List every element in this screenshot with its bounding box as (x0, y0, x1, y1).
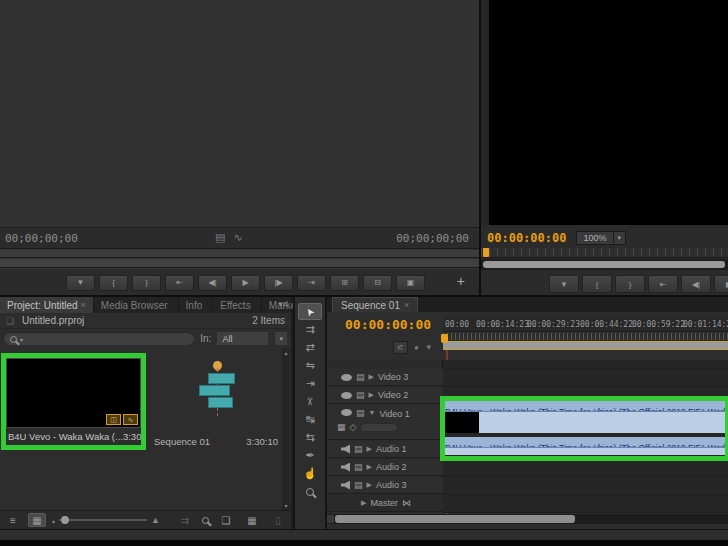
overwrite-button[interactable]: ⊟ (363, 275, 392, 291)
mark-in-button[interactable]: { (582, 275, 612, 293)
toggle-track-output-icon[interactable] (341, 374, 352, 381)
project-item-sequence[interactable]: Sequence 01 3:30:10 (150, 353, 282, 450)
project-file-name[interactable]: Untitled.prproj (22, 315, 84, 326)
expand-track-icon[interactable]: ▶ (367, 481, 372, 489)
step-forward-button[interactable]: |▶ (264, 275, 293, 291)
source-ruler[interactable] (0, 250, 479, 258)
insert-button[interactable]: ⊞ (330, 275, 359, 291)
step-back-button[interactable]: ◀| (681, 275, 711, 293)
zoom-in-icon[interactable]: ▲ (151, 515, 160, 525)
razor-tool[interactable]: ✂ (298, 393, 322, 410)
sequence-item-name[interactable]: Sequence 01 (154, 436, 210, 447)
mark-out-button[interactable]: } (132, 275, 161, 291)
play-button[interactable]: ▶ (231, 275, 260, 291)
waveform-icon[interactable]: ∿ (123, 414, 138, 425)
program-scrollbar[interactable] (481, 259, 728, 270)
source-timecode[interactable]: 00;00;00;00 (0, 232, 78, 245)
timeline-timecode[interactable]: 00:00:00:00 (345, 317, 431, 332)
export-frame-button[interactable]: ▣ (396, 275, 425, 291)
close-icon[interactable]: × (404, 300, 409, 310)
go-to-out-button[interactable]: ⇥ (297, 275, 326, 291)
thumbnail-zoom-slider[interactable]: ▴ ▲ (52, 515, 160, 525)
sync-lock-icon[interactable]: ▤ (354, 463, 363, 472)
playhead-marker[interactable] (441, 334, 448, 343)
search-input[interactable]: ▾ (4, 332, 194, 345)
zoom-tool[interactable] (298, 483, 322, 500)
speaker-icon[interactable] (341, 481, 350, 490)
filter-dropdown[interactable]: All (217, 332, 268, 345)
tab-sequence-01[interactable]: Sequence 01 × (332, 297, 418, 312)
source-scrollbar[interactable] (0, 259, 479, 268)
tab-info[interactable]: Info (179, 297, 214, 313)
clip-item-name[interactable]: B4U Vevo - Waka Waka (... (8, 431, 123, 442)
master-meter-icon[interactable]: ⋈ (402, 499, 411, 508)
clear-button[interactable]: ▯ (269, 513, 287, 527)
zoom-slider-knob[interactable] (61, 516, 69, 524)
slip-tool[interactable]: ↹ (298, 411, 322, 428)
speaker-icon[interactable] (341, 463, 350, 472)
zoom-out-icon[interactable]: ▴ (52, 517, 55, 524)
tab-effects[interactable]: Effects (213, 297, 261, 313)
tab-media-browser[interactable]: Media Browser (94, 297, 179, 313)
tab-project[interactable]: Project: Untitled × (0, 297, 94, 313)
project-scrollbar[interactable]: ▴ ▾ (282, 348, 290, 510)
speaker-icon[interactable] (341, 445, 350, 454)
filter-dropdown-arrow[interactable]: ▾ (274, 332, 287, 345)
go-to-in-button[interactable]: ⇤ (165, 275, 194, 291)
expand-track-icon[interactable]: ▶ (367, 445, 372, 453)
mark-out-button[interactable]: } (615, 275, 645, 293)
timeline-ruler[interactable]: 00:0000:00:14:2300:00:29:2300:00:44:2200… (443, 317, 728, 332)
expand-track-icon[interactable]: ▶ (369, 391, 374, 399)
new-item-button[interactable]: ▦ (243, 513, 261, 527)
program-playhead[interactable] (483, 248, 489, 257)
expand-track-icon[interactable]: ▶ (369, 373, 374, 381)
timeline-scrollbar[interactable] (327, 514, 728, 524)
audio-clip[interactable]: B4U Vevo - Waka Waka (This Time for Afri… (445, 437, 725, 455)
expand-track-icon[interactable]: ▶ (361, 499, 366, 507)
toggle-track-output-icon[interactable] (341, 409, 352, 416)
add-marker-button[interactable]: ▼ (549, 275, 579, 293)
scroll-down-icon[interactable]: ▾ (284, 502, 287, 509)
list-view-button[interactable]: ≡ (4, 513, 22, 527)
automate-to-sequence-button[interactable]: ⇉ (176, 513, 194, 527)
panel-menu-icon[interactable]: ▾≡ (278, 299, 288, 309)
sync-lock-icon[interactable]: ▤ (354, 445, 363, 454)
ripple-edit-tool[interactable]: ⇄ (298, 339, 322, 356)
program-scrollbar-handle[interactable] (483, 261, 725, 268)
snap-icon[interactable]: ∪ (393, 341, 408, 354)
scrollbar-end-box[interactable] (327, 515, 334, 523)
expand-track-icon[interactable]: ▶ (367, 463, 372, 471)
keyframe-icon[interactable]: ◇ (350, 423, 357, 432)
go-to-in-button[interactable]: ⇤ (648, 275, 678, 293)
timeline-scrollbar-handle[interactable] (335, 515, 575, 523)
drag-video-icon[interactable]: ▤ (215, 231, 225, 244)
close-icon[interactable]: × (81, 300, 86, 310)
find-button[interactable] (202, 517, 209, 524)
new-bin-button[interactable]: ❏ (217, 513, 235, 527)
play-button[interactable]: ▶ (714, 275, 728, 293)
video-clip[interactable]: B4U Vevo - Waka Waka (This Time for Afri… (445, 401, 725, 433)
track-header-master[interactable]: ▶ Master ⋈ (327, 495, 443, 512)
program-ruler[interactable] (481, 248, 728, 258)
sync-lock-icon[interactable]: ▤ (356, 373, 365, 382)
add-marker-button[interactable]: ▼ (66, 275, 95, 291)
hand-tool[interactable]: ☝ (298, 465, 322, 482)
slide-tool[interactable]: ⇆ (298, 429, 322, 446)
selection-tool[interactable]: ➤ (298, 303, 322, 320)
project-item-clip[interactable]: ◫ ∿ B4U Vevo - Waka Waka (... 3:30:11 (6, 358, 141, 445)
rolling-edit-tool[interactable]: ⇋ (298, 357, 322, 374)
track-header-audio3[interactable]: ▤ ▶ Audio 3 (327, 477, 443, 494)
encore-chapter-marker-icon[interactable]: ● (414, 343, 419, 352)
set-display-style-icon[interactable]: ▦ (337, 423, 346, 432)
unnumbered-marker-icon[interactable]: ▼ (425, 343, 433, 352)
drag-audio-icon[interactable]: ∿ (233, 231, 242, 244)
track-select-tool[interactable]: ⇉ (298, 321, 322, 338)
sync-lock-icon[interactable]: ▤ (356, 391, 365, 400)
track-header-audio2[interactable]: ▤ ▶ Audio 2 (327, 459, 443, 476)
work-area-bar[interactable] (443, 341, 728, 350)
sync-lock-icon[interactable]: ▤ (356, 409, 365, 418)
toggle-track-output-icon[interactable] (341, 392, 352, 399)
rate-stretch-tool[interactable]: ⇥ (298, 375, 322, 392)
icon-view-button[interactable]: ▦ (28, 513, 46, 527)
mark-in-button[interactable]: { (99, 275, 128, 291)
